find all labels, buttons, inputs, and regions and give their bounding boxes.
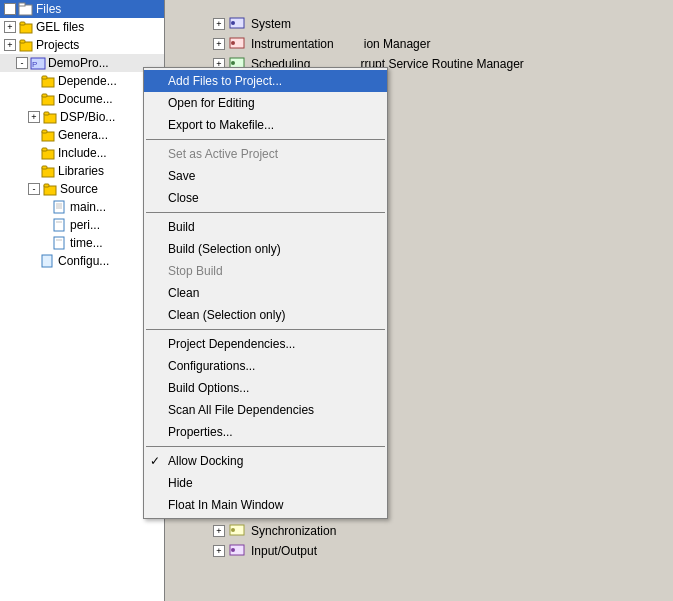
expander-system[interactable]: +	[213, 18, 225, 30]
sidebar: + Files + GEL files + Projects -	[0, 0, 165, 601]
svg-rect-30	[42, 255, 52, 267]
svg-rect-19	[42, 166, 47, 169]
sidebar-item-gel-files[interactable]: + GEL files	[0, 18, 164, 36]
menu-close-label: Close	[168, 191, 199, 205]
menu-clean[interactable]: Clean	[144, 282, 387, 304]
dep-folder-icon	[40, 73, 56, 89]
menu-configurations[interactable]: Configurations...	[144, 355, 387, 377]
menu-project-dep[interactable]: Project Dependencies...	[144, 333, 387, 355]
svg-rect-21	[44, 184, 49, 187]
sidebar-item-include[interactable]: Include...	[0, 144, 164, 162]
menu-scan-deps[interactable]: Scan All File Dependencies	[144, 399, 387, 421]
menu-float[interactable]: Float In Main Window	[144, 494, 387, 516]
svg-rect-1	[19, 3, 25, 6]
sidebar-item-demo-project[interactable]: - P DemoPro...	[0, 54, 164, 72]
sidebar-label-main: main...	[70, 200, 106, 214]
svg-point-32	[231, 21, 235, 25]
menu-save[interactable]: Save	[144, 165, 387, 187]
content-item-system[interactable]: + System	[205, 14, 673, 34]
expander-files[interactable]: +	[4, 3, 16, 15]
sidebar-item-documents[interactable]: Docume...	[0, 90, 164, 108]
menu-build-options-label: Build Options...	[168, 381, 249, 395]
menu-set-active-label: Set as Active Project	[168, 147, 278, 161]
content-item-instrumentation[interactable]: + Instrumentation ion Manager	[205, 34, 673, 54]
sidebar-label-files: Files	[36, 2, 61, 16]
menu-add-files[interactable]: Add Files to Project...	[144, 70, 387, 92]
menu-add-files-label: Add Files to Project...	[168, 74, 282, 88]
dsp-folder-icon	[42, 109, 58, 125]
sidebar-item-dsp[interactable]: + DSP/Bio...	[0, 108, 164, 126]
expander-sync[interactable]: +	[213, 525, 225, 537]
menu-save-label: Save	[168, 169, 195, 183]
menu-build[interactable]: Build	[144, 216, 387, 238]
sidebar-item-source[interactable]: - Source	[0, 180, 164, 198]
separator-3	[146, 329, 385, 330]
sidebar-item-config[interactable]: Configu...	[0, 252, 164, 270]
peri-file-icon	[52, 217, 68, 233]
expander-projects[interactable]: +	[4, 39, 16, 51]
io-icon	[229, 543, 247, 559]
svg-rect-26	[54, 219, 64, 231]
context-menu: Add Files to Project... Open for Editing…	[143, 67, 388, 519]
menu-configurations-label: Configurations...	[168, 359, 255, 373]
gen-folder-icon	[40, 127, 56, 143]
svg-rect-15	[42, 130, 47, 133]
sidebar-label-inc: Include...	[58, 146, 107, 160]
menu-export-makefile[interactable]: Export to Makefile...	[144, 114, 387, 136]
menu-stop-build: Stop Build	[144, 260, 387, 282]
menu-allow-docking[interactable]: Allow Docking	[144, 450, 387, 472]
sync-label: Synchronization	[251, 524, 336, 538]
menu-open-editing[interactable]: Open for Editing	[144, 92, 387, 114]
main-file-icon	[52, 199, 68, 215]
svg-rect-28	[54, 237, 64, 249]
expander-source[interactable]: -	[28, 183, 40, 195]
sidebar-item-generated[interactable]: Genera...	[0, 126, 164, 144]
menu-build-label: Build	[168, 220, 195, 234]
menu-build-selection-label: Build (Selection only)	[168, 242, 281, 256]
svg-rect-17	[42, 148, 47, 151]
svg-text:P: P	[32, 60, 37, 69]
system-label: System	[251, 17, 291, 31]
menu-set-active: Set as Active Project	[144, 143, 387, 165]
content-item-sync[interactable]: + Synchronization	[205, 521, 344, 541]
sidebar-label-gen: Genera...	[58, 128, 108, 142]
separator-1	[146, 139, 385, 140]
content-item-inputoutput[interactable]: + Input/Output	[205, 541, 344, 561]
src-folder-icon	[42, 181, 58, 197]
cfg-file-icon	[40, 253, 56, 269]
sidebar-item-dependencies[interactable]: Depende...	[0, 72, 164, 90]
menu-close[interactable]: Close	[144, 187, 387, 209]
sidebar-item-projects[interactable]: + Projects	[0, 36, 164, 54]
menu-clean-selection[interactable]: Clean (Selection only)	[144, 304, 387, 326]
expander-gel[interactable]: +	[4, 21, 16, 33]
system-icon	[229, 16, 247, 32]
svg-rect-22	[54, 201, 64, 213]
expander-instr[interactable]: +	[213, 38, 225, 50]
sidebar-item-main[interactable]: main...	[0, 198, 164, 216]
menu-hide-label: Hide	[168, 476, 193, 490]
menu-scan-deps-label: Scan All File Dependencies	[168, 403, 314, 417]
menu-hide[interactable]: Hide	[144, 472, 387, 494]
lib-folder-icon	[40, 163, 56, 179]
expander-io[interactable]: +	[213, 545, 225, 557]
menu-build-selection[interactable]: Build (Selection only)	[144, 238, 387, 260]
menu-properties[interactable]: Properties...	[144, 421, 387, 443]
expander-dsp[interactable]: +	[28, 111, 40, 123]
expander-demo[interactable]: -	[16, 57, 28, 69]
menu-build-options[interactable]: Build Options...	[144, 377, 387, 399]
sidebar-item-libraries[interactable]: Libraries	[0, 162, 164, 180]
separator-4	[146, 446, 385, 447]
svg-point-38	[231, 528, 235, 532]
svg-rect-13	[44, 112, 49, 115]
sidebar-label-projects: Projects	[36, 38, 79, 52]
instrumentation-icon	[229, 36, 247, 52]
menu-open-editing-label: Open for Editing	[168, 96, 255, 110]
sidebar-item-files[interactable]: + Files	[0, 0, 164, 18]
demo-project-icon: P	[30, 55, 46, 71]
sidebar-item-time[interactable]: time...	[0, 234, 164, 252]
sidebar-label-lib: Libraries	[58, 164, 104, 178]
sidebar-item-peri[interactable]: peri...	[0, 216, 164, 234]
bottom-content: + Synchronization + Input/Outp	[205, 521, 344, 561]
svg-point-40	[231, 548, 235, 552]
projects-folder-icon	[18, 37, 34, 53]
